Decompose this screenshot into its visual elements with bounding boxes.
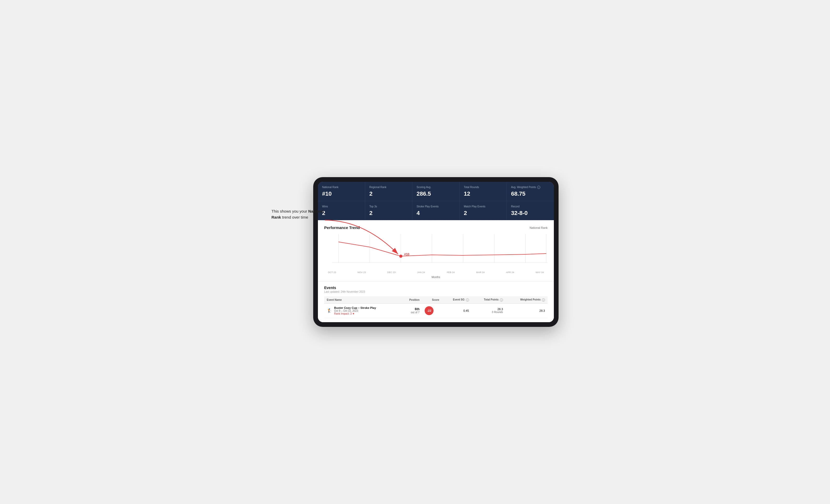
annotation-text: This shows you your National Rank trend … xyxy=(272,208,329,220)
events-title: Events xyxy=(324,285,548,290)
tablet-device: National Rank #10 Regional Rank 2 Scorin… xyxy=(313,177,558,327)
event-date: Oct 9 – Oct 10, 2023 xyxy=(334,309,376,312)
event-name: Buster Cozy Cup – Stroke Play xyxy=(334,306,376,309)
avg-weighted-info-icon[interactable]: i xyxy=(537,186,540,189)
stat-national-rank: National Rank #10 xyxy=(318,182,365,201)
x-label-feb24: FEB 24 xyxy=(443,271,458,274)
col-weighted-points: Weighted Points i xyxy=(506,296,548,303)
stat-top3s: Top 3s 2 xyxy=(365,201,412,220)
stats-row-2: Wins 2 Top 3s 2 Stroke Play Events 4 Mat… xyxy=(318,201,554,220)
rank-impact: Rank Impact: 3 ▼ xyxy=(334,312,376,315)
event-name-cell: 🏌️ Buster Cozy Cup – Stroke Play Oct 9 –… xyxy=(324,303,401,318)
stat-avg-weighted-points: Avg. Weighted Points i 68.75 xyxy=(507,182,554,201)
chart-area: #10 xyxy=(324,234,548,268)
stat-record: Record 32-8-0 xyxy=(507,201,554,220)
score-badge: -22 xyxy=(425,306,434,315)
stat-scoring-avg: Scoring Avg. 286.5 xyxy=(412,182,459,201)
chart-title: Performance Trend xyxy=(324,225,360,230)
x-label-apr24: APR 24 xyxy=(502,271,518,274)
stats-row-1: National Rank #10 Regional Rank 2 Scorin… xyxy=(318,182,554,201)
events-section: Events Last updated: 24th November 2023 … xyxy=(318,281,554,322)
chart-subtitle: National Rank xyxy=(530,226,548,229)
total-points-info-icon[interactable]: i xyxy=(500,298,503,302)
stat-regional-rank: Regional Rank 2 xyxy=(365,182,412,201)
performance-chart-section: Performance Trend National Rank xyxy=(318,220,554,281)
stat-stroke-play-events: Stroke Play Events 4 xyxy=(412,201,459,220)
table-row: 🏌️ Buster Cozy Cup – Stroke Play Oct 9 –… xyxy=(324,303,548,318)
col-total-points: Total Points i xyxy=(472,296,506,303)
x-label-nov23: NOV 23 xyxy=(354,271,370,274)
x-label-may24: MAY 24 xyxy=(532,271,548,274)
events-table: Event Name Position Score Event SG i Tot… xyxy=(324,296,548,318)
stat-total-rounds: Total Rounds 12 xyxy=(459,182,507,201)
chart-x-axis: OCT 23 NOV 23 DEC 23 JAN 24 FEB 24 MAR 2… xyxy=(324,270,548,275)
event-icon: 🏌️ xyxy=(327,308,332,313)
col-score: Score xyxy=(422,296,442,303)
event-position: 6th out of 7 xyxy=(401,303,422,318)
stat-match-play-events: Match Play Events 2 xyxy=(459,201,507,220)
tablet-screen: National Rank #10 Regional Rank 2 Scorin… xyxy=(318,182,554,322)
weighted-points-value: 28.3 xyxy=(506,303,548,318)
events-last-updated: Last updated: 24th November 2023 xyxy=(324,290,548,293)
x-label-mar24: MAR 24 xyxy=(473,271,488,274)
event-score: -22 xyxy=(422,303,442,318)
col-event-name: Event Name xyxy=(324,296,401,303)
chart-header: Performance Trend National Rank xyxy=(324,225,548,230)
col-event-sg: Event SG i xyxy=(442,296,472,303)
svg-point-10 xyxy=(400,255,403,258)
total-points-value: 28.3 3 Rounds xyxy=(472,303,506,318)
x-label-oct23: OCT 23 xyxy=(324,271,340,274)
chart-svg: #10 xyxy=(324,234,548,268)
table-header-row: Event Name Position Score Event SG i Tot… xyxy=(324,296,548,303)
x-label-jan24: JAN 24 xyxy=(413,271,429,274)
rank-impact-arrow: ▼ xyxy=(352,312,355,315)
weighted-points-info-icon[interactable]: i xyxy=(542,298,545,302)
svg-text:#10: #10 xyxy=(404,253,410,256)
x-label-dec23: DEC 23 xyxy=(383,271,399,274)
chart-x-title: Months xyxy=(324,276,548,279)
col-position: Position xyxy=(401,296,422,303)
event-sg-info-icon[interactable]: i xyxy=(466,298,469,302)
event-sg-value: 0.45 xyxy=(442,303,472,318)
